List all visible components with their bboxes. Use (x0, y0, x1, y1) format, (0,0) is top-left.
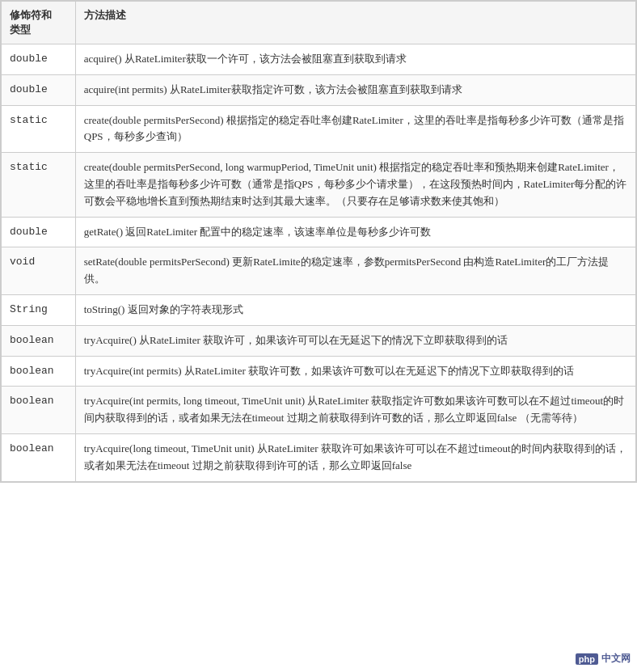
table-row: booleantryAcquire(int permits, long time… (2, 387, 636, 434)
api-table: 修饰符和 类型 方法描述 doubleacquire() 从RateLimite… (0, 0, 637, 483)
desc-cell: setRate(double permitsPerSecond) 更新RateL… (75, 247, 635, 295)
table-row: doubleacquire(int permits) 从RateLimiter获… (2, 74, 636, 105)
type-cell: boolean (2, 356, 76, 387)
desc-cell: toString() 返回对象的字符表现形式 (75, 294, 635, 325)
type-cell: boolean (2, 325, 76, 356)
desc-cell: getRate() 返回RateLimiter 配置中的稳定速率，该速率单位是每… (75, 217, 635, 247)
table-row: booleantryAcquire(long timeout, TimeUnit… (2, 433, 636, 481)
table-row: booleantryAcquire(int permits) 从RateLimi… (2, 356, 636, 387)
table-row: StringtoString() 返回对象的字符表现形式 (2, 294, 636, 325)
desc-cell: tryAcquire(int permits, long timeout, Ti… (75, 387, 635, 434)
desc-cell: tryAcquire(long timeout, TimeUnit unit) … (75, 433, 635, 481)
col-header-desc: 方法描述 (75, 2, 635, 44)
type-cell: static (2, 105, 76, 153)
table-row: staticcreate(double permitsPerSecond, lo… (2, 153, 636, 217)
desc-cell: tryAcquire() 从RateLimiter 获取许可，如果该许可可以在无… (75, 325, 635, 356)
desc-cell: create(double permitsPerSecond) 根据指定的稳定吞… (75, 105, 635, 153)
table-row: booleantryAcquire() 从RateLimiter 获取许可，如果… (2, 325, 636, 356)
type-cell: void (2, 247, 76, 295)
type-cell: static (2, 153, 76, 217)
type-cell: double (2, 44, 76, 75)
table-row: doubleacquire() 从RateLimiter获取一个许可，该方法会被… (2, 44, 636, 75)
type-cell: boolean (2, 433, 76, 481)
table-row: voidsetRate(double permitsPerSecond) 更新R… (2, 247, 636, 295)
type-cell: double (2, 217, 76, 247)
type-cell: boolean (2, 387, 76, 434)
desc-cell: acquire(int permits) 从RateLimiter获取指定许可数… (75, 74, 635, 105)
table-row: doublegetRate() 返回RateLimiter 配置中的稳定速率，该… (2, 217, 636, 247)
table-row: staticcreate(double permitsPerSecond) 根据… (2, 105, 636, 153)
type-cell: double (2, 74, 76, 105)
desc-cell: tryAcquire(int permits) 从RateLimiter 获取许… (75, 356, 635, 387)
desc-cell: acquire() 从RateLimiter获取一个许可，该方法会被阻塞直到获取… (75, 44, 635, 75)
desc-cell: create(double permitsPerSecond, long war… (75, 153, 635, 217)
type-cell: String (2, 294, 76, 325)
col-header-type: 修饰符和 类型 (2, 2, 76, 44)
